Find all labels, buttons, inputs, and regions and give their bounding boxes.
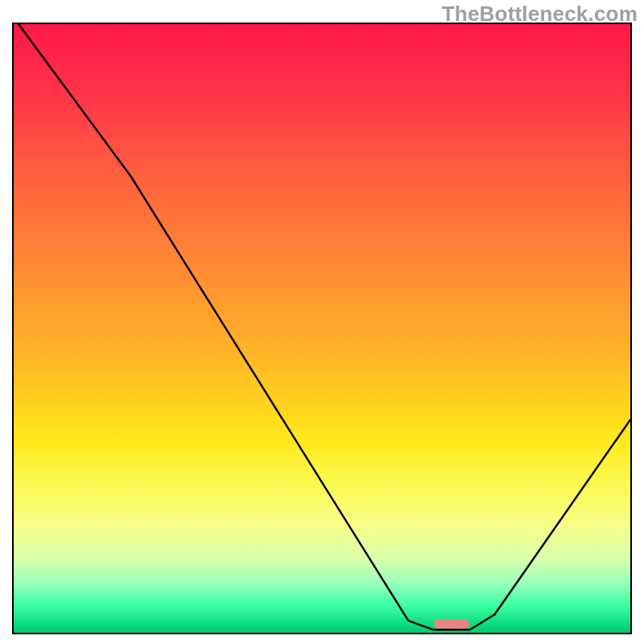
gradient-background: [14, 24, 630, 633]
plot-area: [12, 23, 632, 634]
chart-wrapper: TheBottleneck.com: [0, 0, 644, 644]
